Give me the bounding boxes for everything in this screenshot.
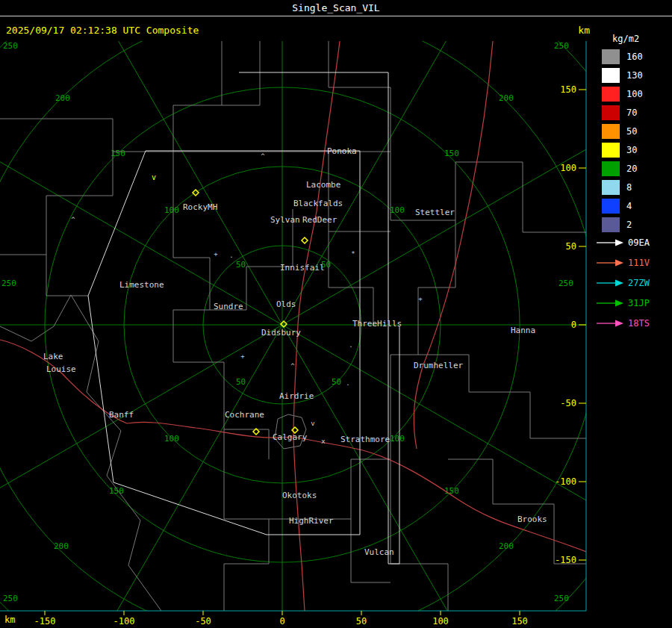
city-label: Okotoks (282, 491, 317, 500)
colorbar-value: 70 (626, 108, 637, 118)
city-label: Banff (109, 410, 134, 420)
ring-distance-label: 250 (554, 41, 569, 51)
ring-distance-label: 250 (1, 279, 16, 288)
y-tick-label: 150 (560, 84, 576, 95)
city-label: Louise (46, 364, 76, 374)
arrow-head (615, 260, 623, 267)
town-marker: + (240, 352, 245, 360)
city-label: Olds (276, 299, 296, 309)
window-title: Single_Scan_VIL (0, 0, 672, 16)
ring-distance-label: 50 (236, 260, 246, 270)
radar-arrow-icon (595, 258, 623, 267)
radar-site-entry: 111V (595, 258, 650, 267)
radar-site-id: 09EA (628, 237, 650, 248)
colorbar-entry: 2 (602, 217, 643, 232)
city-label: Sylvan (270, 215, 300, 225)
colorbar-swatch (602, 199, 620, 214)
town-marker: + (418, 295, 423, 302)
x-tick-label: -150 (34, 616, 56, 627)
x-tick-label: 100 (432, 616, 449, 627)
x-tick-label: -50 (195, 616, 211, 627)
x-tick-label: 150 (511, 616, 528, 627)
y-tick-label: -50 (560, 398, 576, 408)
colorbar-entry: 50 (602, 124, 643, 139)
radar-app-window: Single_Scan_VIL 2025/09/17 02:12:38 UTC … (0, 0, 672, 628)
radar-arrow-icon (595, 279, 623, 287)
radar-arrow-icon (595, 238, 623, 247)
radar-site-id: 31JP (628, 298, 650, 308)
radar-site-legend: 09EA111V27ZW31JP18TS (595, 238, 650, 339)
colorbar-swatch (602, 217, 620, 232)
colorbar-entry: 130 (602, 68, 643, 83)
city-label: Calgary (273, 432, 308, 442)
ring-distance-label: 50 (332, 377, 341, 387)
arrow-head (615, 240, 623, 246)
colorbar-entry: 20 (602, 161, 643, 176)
y-tick-label: 50 (566, 241, 576, 252)
colorbar-entry: 160 (602, 49, 643, 64)
scan-timestamp: 2025/09/17 02:12:38 UTC Composite (6, 25, 199, 36)
colorbar-swatch (602, 124, 620, 139)
colorbar-entry: 30 (602, 143, 643, 158)
x-tick-label: -100 (113, 616, 135, 627)
radar-map[interactable]: 2502001501502002502502501001001001005050… (0, 41, 590, 628)
colorbar-swatch (602, 49, 620, 64)
town-marker: v (311, 420, 314, 427)
city-label: RedDeer (302, 215, 337, 225)
radar-site-entry: 09EA (595, 238, 650, 247)
city-label: Airdrie (279, 391, 314, 401)
y-tick-label: 100 (560, 163, 576, 173)
vil-colorbar: 16013010070503020842 (602, 49, 643, 236)
y-tick-label: 0 (571, 320, 576, 330)
colorbar-entry: 70 (602, 105, 643, 120)
x-axis-unit: km (4, 615, 15, 625)
city-label: Lacombe (306, 180, 340, 190)
ring-distance-label: 250 (559, 279, 573, 288)
city-label: Cochrane (225, 410, 264, 420)
colorbar-swatch (602, 143, 620, 158)
radar-site-id: 111V (628, 258, 650, 268)
ring-distance-label: 200 (55, 93, 70, 103)
colorbar-value: 2 (626, 220, 632, 230)
colorbar-entry: 4 (602, 199, 643, 214)
ring-distance-label: 100 (164, 434, 179, 444)
radial-line (0, 101, 282, 325)
colorbar-entry: 100 (602, 87, 643, 102)
colorbar-value: 100 (626, 89, 643, 99)
x-tick-label: 0 (279, 616, 284, 627)
city-label: Hanna (511, 326, 535, 335)
ring-distance-label: 250 (3, 594, 18, 603)
city-label: RockyMH (183, 202, 217, 212)
town-marker: . (346, 379, 349, 387)
city-label: Sundre (214, 302, 243, 311)
radar-site-id: 27ZW (628, 278, 650, 288)
city-label: Strathmore (340, 435, 390, 444)
x-tick-label: 50 (356, 616, 367, 627)
y-tick-label: -150 (555, 555, 576, 565)
colorbar-unit: kg/m2 (612, 34, 639, 44)
radar-site-marker: v (152, 173, 156, 181)
arrow-head (615, 300, 623, 307)
colorbar-swatch (602, 87, 620, 102)
colorbar-value: 30 (626, 145, 637, 155)
town-marker: ^ (261, 152, 265, 160)
radar-site-entry: 27ZW (595, 279, 650, 287)
town-marker: x (321, 438, 326, 445)
arrow-head (615, 320, 623, 327)
ring-distance-label: 150 (444, 486, 459, 496)
city-label: Ponoka (327, 146, 357, 156)
colorbar-value: 4 (626, 201, 632, 211)
radar-arrow-icon (595, 299, 623, 308)
city-label: Blackfalds (293, 199, 343, 208)
town-marker: + (214, 250, 218, 258)
city-marker-diamond (302, 237, 308, 243)
ring-distance-label: 150 (109, 486, 124, 496)
ring-distance-label: 100 (390, 434, 405, 444)
map-markers: ^^+.*+.+^.vxv (71, 152, 423, 445)
radar-arrow-icon (595, 319, 623, 328)
ring-distance-label: 250 (554, 594, 569, 603)
ring-distance-label: 200 (499, 541, 514, 551)
radar-site-entry: 18TS (595, 319, 650, 328)
city-label: Brooks (517, 514, 547, 524)
city-label: Drumheller (414, 361, 464, 370)
